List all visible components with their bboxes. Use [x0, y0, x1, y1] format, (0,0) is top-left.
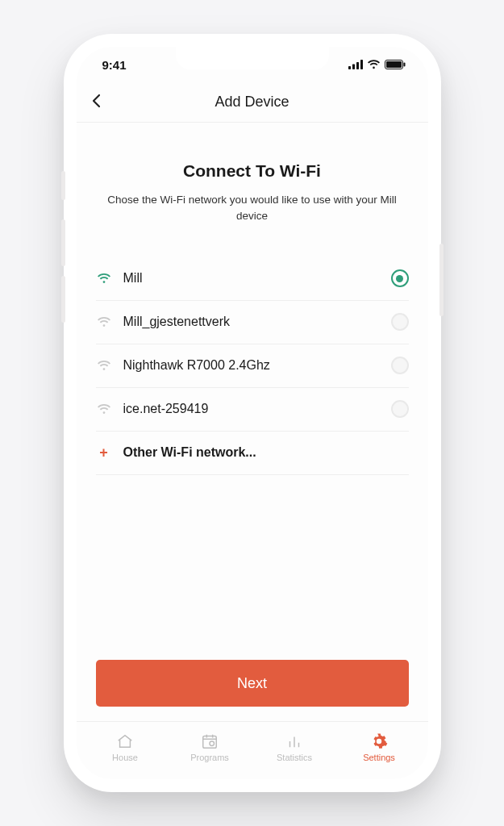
cellular-icon [348, 60, 363, 69]
app-header: Add Device [77, 82, 428, 123]
tab-house[interactable]: House [83, 732, 168, 762]
svg-rect-3 [360, 60, 363, 69]
network-list: Mill Mill_gjestenettverk Nighthawk R7000… [96, 257, 409, 475]
next-button[interactable]: Next [96, 660, 409, 707]
battery-icon [385, 60, 406, 69]
wifi-icon [96, 273, 112, 284]
bar-chart-icon [285, 732, 303, 750]
house-icon [116, 732, 134, 750]
phone-frame: 9:41 Add Device Connect To Wi-Fi Chose t… [64, 34, 441, 792]
wifi-status-icon [367, 60, 381, 69]
svg-rect-1 [352, 65, 355, 70]
svg-rect-0 [348, 66, 351, 69]
plus-icon: + [96, 444, 112, 461]
radio-unselected[interactable] [391, 400, 409, 418]
status-time: 9:41 [102, 58, 127, 72]
screen: 9:41 Add Device Connect To Wi-Fi Chose t… [77, 47, 428, 779]
phone-volume-up [61, 219, 65, 266]
network-name: ice.net-259419 [123, 402, 380, 416]
chevron-left-icon [91, 94, 101, 108]
notch [176, 47, 329, 69]
network-name: Mill_gjestenettverk [123, 315, 380, 329]
content: Connect To Wi-Fi Chose the Wi-Fi network… [77, 123, 428, 721]
calendar-icon [201, 732, 219, 750]
network-row-nighthawk[interactable]: Nighthawk R7000 2.4Ghz [96, 344, 409, 388]
wifi-icon [96, 316, 112, 327]
page-title: Connect To Wi-Fi [96, 161, 409, 181]
tab-bar: House Programs Statistics Settings [77, 721, 428, 779]
svg-rect-6 [403, 63, 405, 67]
gear-icon [370, 732, 388, 750]
network-row-mill[interactable]: Mill [96, 257, 409, 301]
status-icons [348, 60, 406, 69]
tab-programs[interactable]: Programs [168, 732, 252, 762]
phone-side-button [439, 244, 444, 316]
tab-label: Statistics [277, 753, 312, 762]
header-title: Add Device [215, 94, 289, 111]
tab-label: Settings [363, 753, 395, 762]
phone-volume-down [61, 276, 65, 323]
spacer [96, 475, 409, 661]
page-subtitle: Chose the Wi-Fi network you would like t… [96, 192, 409, 225]
next-button-label: Next [237, 675, 267, 692]
svg-point-8 [210, 741, 215, 746]
svg-rect-2 [356, 62, 359, 69]
network-name: Nighthawk R7000 2.4Ghz [123, 358, 380, 373]
tab-settings[interactable]: Settings [337, 732, 422, 762]
phone-side-switch [61, 171, 65, 200]
radio-selected[interactable] [391, 269, 409, 287]
other-network-label: Other Wi-Fi network... [123, 445, 409, 460]
tab-label: House [112, 753, 138, 762]
svg-rect-5 [386, 61, 402, 68]
tab-statistics[interactable]: Statistics [252, 732, 337, 762]
network-row-icenet[interactable]: ice.net-259419 [96, 388, 409, 432]
radio-unselected[interactable] [391, 357, 409, 374]
back-button[interactable] [91, 92, 101, 113]
network-name: Mill [123, 271, 380, 286]
wifi-icon [96, 403, 112, 415]
tab-label: Programs [190, 753, 229, 762]
network-row-gjestenettverk[interactable]: Mill_gjestenettverk [96, 301, 409, 344]
radio-unselected[interactable] [391, 313, 409, 331]
wifi-icon [96, 360, 112, 371]
other-network-row[interactable]: + Other Wi-Fi network... [96, 432, 409, 475]
